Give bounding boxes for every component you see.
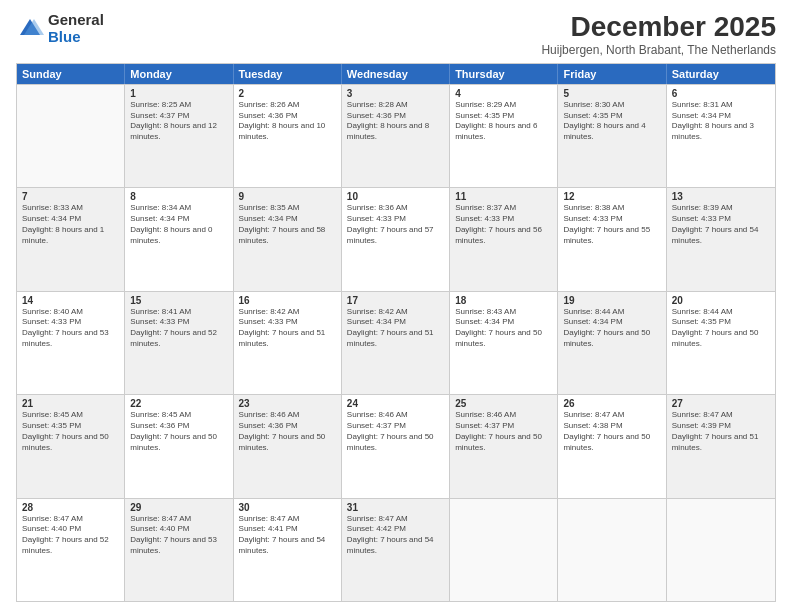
cell-info: Sunrise: 8:29 AM Sunset: 4:35 PM Dayligh… <box>455 100 552 143</box>
day-number: 30 <box>239 502 336 513</box>
day-number: 20 <box>672 295 770 306</box>
calendar-cell: 22Sunrise: 8:45 AM Sunset: 4:36 PM Dayli… <box>125 395 233 497</box>
calendar-cell: 18Sunrise: 8:43 AM Sunset: 4:34 PM Dayli… <box>450 292 558 394</box>
day-number: 6 <box>672 88 770 99</box>
logo-blue: Blue <box>48 29 104 46</box>
title-block: December 2025 Huijbergen, North Brabant,… <box>541 12 776 57</box>
calendar-cell: 1Sunrise: 8:25 AM Sunset: 4:37 PM Daylig… <box>125 85 233 187</box>
cell-info: Sunrise: 8:47 AM Sunset: 4:40 PM Dayligh… <box>130 514 227 557</box>
calendar-cell <box>17 85 125 187</box>
day-number: 3 <box>347 88 444 99</box>
calendar-cell: 15Sunrise: 8:41 AM Sunset: 4:33 PM Dayli… <box>125 292 233 394</box>
cell-info: Sunrise: 8:33 AM Sunset: 4:34 PM Dayligh… <box>22 203 119 246</box>
day-number: 19 <box>563 295 660 306</box>
header-day-tuesday: Tuesday <box>234 64 342 84</box>
month-title: December 2025 <box>541 12 776 43</box>
calendar-cell: 14Sunrise: 8:40 AM Sunset: 4:33 PM Dayli… <box>17 292 125 394</box>
calendar-cell: 6Sunrise: 8:31 AM Sunset: 4:34 PM Daylig… <box>667 85 775 187</box>
header: General Blue December 2025 Huijbergen, N… <box>16 12 776 57</box>
calendar-cell: 11Sunrise: 8:37 AM Sunset: 4:33 PM Dayli… <box>450 188 558 290</box>
cell-info: Sunrise: 8:47 AM Sunset: 4:41 PM Dayligh… <box>239 514 336 557</box>
day-number: 8 <box>130 191 227 202</box>
cell-info: Sunrise: 8:34 AM Sunset: 4:34 PM Dayligh… <box>130 203 227 246</box>
header-day-sunday: Sunday <box>17 64 125 84</box>
cell-info: Sunrise: 8:38 AM Sunset: 4:33 PM Dayligh… <box>563 203 660 246</box>
cell-info: Sunrise: 8:35 AM Sunset: 4:34 PM Dayligh… <box>239 203 336 246</box>
day-number: 27 <box>672 398 770 409</box>
day-number: 2 <box>239 88 336 99</box>
logo-general: General <box>48 12 104 29</box>
calendar-cell: 5Sunrise: 8:30 AM Sunset: 4:35 PM Daylig… <box>558 85 666 187</box>
calendar-row-2: 14Sunrise: 8:40 AM Sunset: 4:33 PM Dayli… <box>17 291 775 394</box>
day-number: 14 <box>22 295 119 306</box>
page: General Blue December 2025 Huijbergen, N… <box>0 0 792 612</box>
calendar-cell: 13Sunrise: 8:39 AM Sunset: 4:33 PM Dayli… <box>667 188 775 290</box>
calendar-cell: 12Sunrise: 8:38 AM Sunset: 4:33 PM Dayli… <box>558 188 666 290</box>
header-day-monday: Monday <box>125 64 233 84</box>
day-number: 24 <box>347 398 444 409</box>
day-number: 23 <box>239 398 336 409</box>
calendar-row-1: 7Sunrise: 8:33 AM Sunset: 4:34 PM Daylig… <box>17 187 775 290</box>
day-number: 12 <box>563 191 660 202</box>
cell-info: Sunrise: 8:25 AM Sunset: 4:37 PM Dayligh… <box>130 100 227 143</box>
cell-info: Sunrise: 8:39 AM Sunset: 4:33 PM Dayligh… <box>672 203 770 246</box>
cell-info: Sunrise: 8:37 AM Sunset: 4:33 PM Dayligh… <box>455 203 552 246</box>
calendar: SundayMondayTuesdayWednesdayThursdayFrid… <box>16 63 776 602</box>
cell-info: Sunrise: 8:47 AM Sunset: 4:42 PM Dayligh… <box>347 514 444 557</box>
calendar-header: SundayMondayTuesdayWednesdayThursdayFrid… <box>17 64 775 84</box>
header-day-thursday: Thursday <box>450 64 558 84</box>
day-number: 17 <box>347 295 444 306</box>
cell-info: Sunrise: 8:43 AM Sunset: 4:34 PM Dayligh… <box>455 307 552 350</box>
calendar-cell: 27Sunrise: 8:47 AM Sunset: 4:39 PM Dayli… <box>667 395 775 497</box>
cell-info: Sunrise: 8:44 AM Sunset: 4:35 PM Dayligh… <box>672 307 770 350</box>
calendar-cell: 30Sunrise: 8:47 AM Sunset: 4:41 PM Dayli… <box>234 499 342 601</box>
day-number: 22 <box>130 398 227 409</box>
calendar-cell: 19Sunrise: 8:44 AM Sunset: 4:34 PM Dayli… <box>558 292 666 394</box>
header-day-wednesday: Wednesday <box>342 64 450 84</box>
calendar-cell: 2Sunrise: 8:26 AM Sunset: 4:36 PM Daylig… <box>234 85 342 187</box>
calendar-cell: 17Sunrise: 8:42 AM Sunset: 4:34 PM Dayli… <box>342 292 450 394</box>
calendar-cell: 7Sunrise: 8:33 AM Sunset: 4:34 PM Daylig… <box>17 188 125 290</box>
logo-icon <box>16 15 44 43</box>
calendar-cell: 25Sunrise: 8:46 AM Sunset: 4:37 PM Dayli… <box>450 395 558 497</box>
calendar-cell: 8Sunrise: 8:34 AM Sunset: 4:34 PM Daylig… <box>125 188 233 290</box>
calendar-cell: 16Sunrise: 8:42 AM Sunset: 4:33 PM Dayli… <box>234 292 342 394</box>
header-day-saturday: Saturday <box>667 64 775 84</box>
calendar-cell: 26Sunrise: 8:47 AM Sunset: 4:38 PM Dayli… <box>558 395 666 497</box>
cell-info: Sunrise: 8:31 AM Sunset: 4:34 PM Dayligh… <box>672 100 770 143</box>
day-number: 26 <box>563 398 660 409</box>
day-number: 1 <box>130 88 227 99</box>
day-number: 15 <box>130 295 227 306</box>
cell-info: Sunrise: 8:45 AM Sunset: 4:35 PM Dayligh… <box>22 410 119 453</box>
cell-info: Sunrise: 8:26 AM Sunset: 4:36 PM Dayligh… <box>239 100 336 143</box>
cell-info: Sunrise: 8:47 AM Sunset: 4:40 PM Dayligh… <box>22 514 119 557</box>
header-day-friday: Friday <box>558 64 666 84</box>
day-number: 11 <box>455 191 552 202</box>
cell-info: Sunrise: 8:47 AM Sunset: 4:38 PM Dayligh… <box>563 410 660 453</box>
cell-info: Sunrise: 8:40 AM Sunset: 4:33 PM Dayligh… <box>22 307 119 350</box>
day-number: 25 <box>455 398 552 409</box>
cell-info: Sunrise: 8:47 AM Sunset: 4:39 PM Dayligh… <box>672 410 770 453</box>
day-number: 13 <box>672 191 770 202</box>
day-number: 16 <box>239 295 336 306</box>
calendar-row-4: 28Sunrise: 8:47 AM Sunset: 4:40 PM Dayli… <box>17 498 775 601</box>
calendar-cell: 24Sunrise: 8:46 AM Sunset: 4:37 PM Dayli… <box>342 395 450 497</box>
calendar-cell <box>667 499 775 601</box>
day-number: 9 <box>239 191 336 202</box>
calendar-cell: 31Sunrise: 8:47 AM Sunset: 4:42 PM Dayli… <box>342 499 450 601</box>
calendar-body: 1Sunrise: 8:25 AM Sunset: 4:37 PM Daylig… <box>17 84 775 601</box>
logo: General Blue <box>16 12 104 45</box>
calendar-cell: 28Sunrise: 8:47 AM Sunset: 4:40 PM Dayli… <box>17 499 125 601</box>
cell-info: Sunrise: 8:28 AM Sunset: 4:36 PM Dayligh… <box>347 100 444 143</box>
logo-text: General Blue <box>48 12 104 45</box>
day-number: 18 <box>455 295 552 306</box>
calendar-cell: 23Sunrise: 8:46 AM Sunset: 4:36 PM Dayli… <box>234 395 342 497</box>
calendar-cell <box>450 499 558 601</box>
day-number: 5 <box>563 88 660 99</box>
calendar-cell: 3Sunrise: 8:28 AM Sunset: 4:36 PM Daylig… <box>342 85 450 187</box>
day-number: 21 <box>22 398 119 409</box>
calendar-cell <box>558 499 666 601</box>
calendar-cell: 21Sunrise: 8:45 AM Sunset: 4:35 PM Dayli… <box>17 395 125 497</box>
calendar-row-0: 1Sunrise: 8:25 AM Sunset: 4:37 PM Daylig… <box>17 84 775 187</box>
day-number: 29 <box>130 502 227 513</box>
